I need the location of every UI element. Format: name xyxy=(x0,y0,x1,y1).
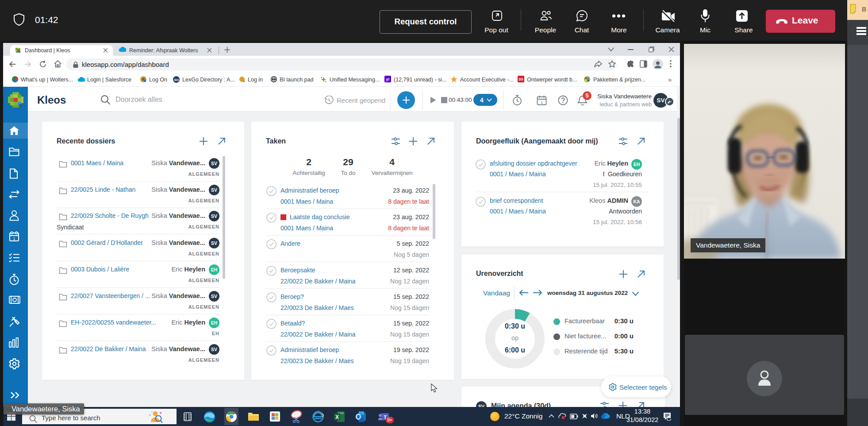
svg-text:y!: y! xyxy=(386,77,389,81)
svg-text:X: X xyxy=(335,414,339,420)
svg-text:1: 1 xyxy=(541,100,543,105)
svg-text:1: 1 xyxy=(13,236,15,241)
svg-text:GO: GO xyxy=(174,78,179,81)
svg-text:DS: DS xyxy=(518,77,523,81)
